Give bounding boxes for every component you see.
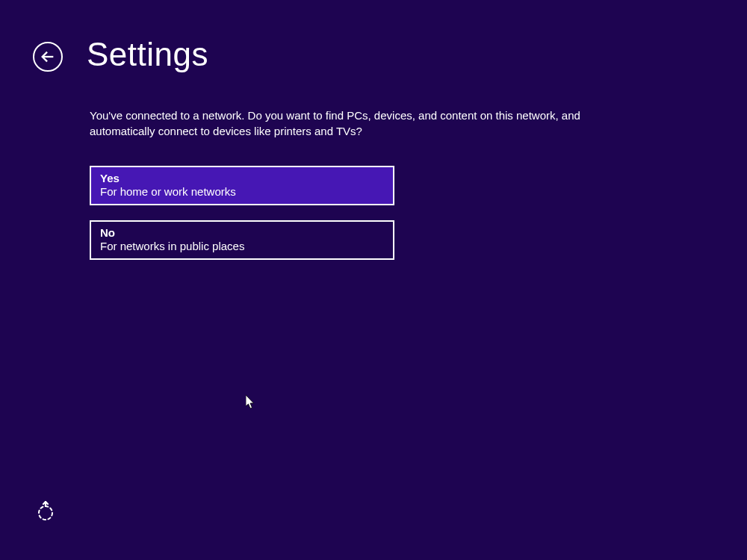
- page-title: Settings: [87, 36, 208, 73]
- mouse-cursor-icon: [246, 395, 256, 410]
- back-button[interactable]: [33, 42, 63, 72]
- no-option-button[interactable]: No For networks in public places: [90, 220, 394, 260]
- yes-option-title: Yes: [100, 172, 384, 184]
- yes-option-subtitle: For home or work networks: [100, 185, 384, 198]
- yes-option-button[interactable]: Yes For home or work networks: [90, 166, 394, 205]
- svg-point-1: [39, 506, 52, 520]
- ease-of-access-button[interactable]: [34, 500, 57, 523]
- back-arrow-icon: [40, 49, 56, 65]
- no-option-subtitle: For networks in public places: [100, 240, 384, 252]
- ease-of-access-icon: [35, 501, 56, 522]
- network-description: You've connected to a network. Do you wa…: [90, 108, 642, 139]
- no-option-title: No: [100, 226, 384, 239]
